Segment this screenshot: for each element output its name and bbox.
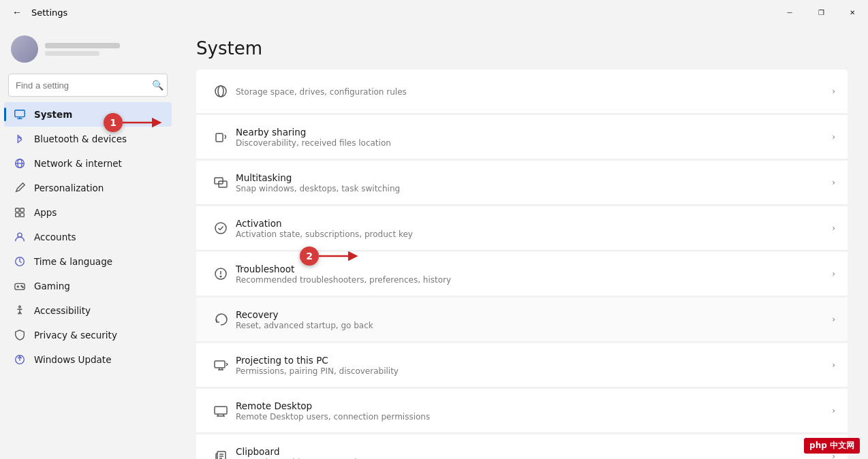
clipboard-icon	[208, 444, 233, 459]
svg-rect-0	[15, 110, 25, 117]
svg-point-16	[22, 287, 23, 287]
sidebar-item-apps[interactable]: Apps	[4, 200, 172, 225]
list-item[interactable]: Multitasking Snap windows, desktops, tas…	[196, 161, 848, 205]
accounts-icon	[14, 231, 26, 243]
search-input[interactable]	[8, 74, 168, 97]
svg-rect-32	[215, 407, 227, 414]
remote-title: Remote Desktop	[236, 400, 832, 411]
sidebar: 🔍 System	[0, 25, 176, 459]
list-item[interactable]: Activation Activation state, subscriptio…	[196, 206, 848, 251]
svg-rect-7	[20, 208, 24, 212]
sidebar-item-accessibility[interactable]: Accessibility	[4, 298, 172, 323]
sidebar-item-accounts[interactable]: Accounts	[4, 225, 172, 249]
apps-icon	[14, 206, 26, 219]
sidebar-item-label: System	[34, 109, 72, 120]
sidebar-item-privacy[interactable]: Privacy & security	[4, 323, 172, 347]
svg-point-20	[218, 86, 223, 97]
activation-desc: Activation state, subscriptions, product…	[236, 230, 832, 239]
titlebar: ← Settings ─ ❐ ✕	[0, 0, 868, 25]
nearby-icon	[208, 125, 233, 149]
sidebar-item-label: Privacy & security	[34, 330, 117, 341]
troubleshoot-desc: Recommended troubleshooters, preferences…	[236, 275, 832, 285]
multitasking-desc: Snap windows, desktops, task switching	[236, 184, 832, 193]
svg-point-15	[21, 285, 22, 286]
storage-icon	[208, 79, 233, 104]
chevron-icon: ›	[832, 178, 835, 187]
sidebar-item-label: Gaming	[34, 281, 70, 291]
svg-point-17	[19, 306, 21, 308]
sidebar-item-label: Accessibility	[34, 305, 91, 316]
storage-desc: Storage space, drives, configuration rul…	[236, 87, 832, 97]
sidebar-item-time[interactable]: Time & language	[4, 249, 172, 274]
svg-rect-6	[16, 208, 19, 212]
troubleshoot-icon	[208, 262, 233, 286]
nearby-desc: Discoverability, received files location	[236, 138, 832, 148]
chevron-icon: ›	[832, 86, 835, 96]
sidebar-item-label: Apps	[34, 207, 57, 218]
system-icon	[14, 108, 26, 121]
chevron-icon: ›	[832, 132, 835, 142]
sidebar-item-system[interactable]: System	[4, 102, 172, 127]
svg-point-27	[220, 276, 221, 277]
content-area: System Storage space, drives, configurat…	[176, 25, 868, 459]
sidebar-item-update[interactable]: Windows Update	[4, 347, 172, 372]
chevron-icon: ›	[832, 223, 835, 233]
watermark: php 中文网	[804, 438, 860, 454]
sidebar-item-label: Network & internet	[34, 158, 122, 169]
personalization-icon	[14, 182, 26, 194]
active-indicator	[4, 108, 6, 121]
nearby-title: Nearby sharing	[236, 127, 832, 138]
titlebar-title: Settings	[31, 7, 67, 18]
gaming-icon	[14, 280, 26, 292]
chevron-icon: ›	[832, 269, 835, 279]
list-item[interactable]: Storage space, drives, configuration rul…	[196, 69, 848, 114]
minimize-button[interactable]: ─	[774, 0, 805, 25]
troubleshoot-title: Troubleshoot	[236, 264, 832, 274]
svg-rect-9	[20, 213, 24, 217]
list-item[interactable]: Projecting to this PC Permissions, pairi…	[196, 343, 848, 387]
sidebar-item-label: Time & language	[34, 256, 112, 267]
avatar	[11, 35, 38, 63]
chevron-icon: ›	[832, 315, 835, 324]
projecting-title: Projecting to this PC	[236, 355, 832, 366]
close-button[interactable]: ✕	[837, 0, 868, 25]
multitasking-icon	[208, 170, 233, 195]
recovery-icon	[208, 307, 233, 332]
list-item[interactable]: Nearby sharing Discoverability, received…	[196, 115, 848, 159]
svg-point-19	[215, 86, 226, 97]
search-icon[interactable]: 🔍	[152, 80, 164, 91]
projecting-icon	[208, 353, 233, 377]
svg-point-24	[215, 223, 226, 234]
svg-rect-21	[216, 133, 223, 142]
bluetooth-icon	[14, 133, 26, 145]
sidebar-item-label: Bluetooth & devices	[34, 133, 127, 144]
sidebar-item-personalization[interactable]: Personalization	[4, 176, 172, 200]
list-item[interactable]: Clipboard Cut and copy history, sync, cl…	[196, 434, 848, 459]
page-title: System	[196, 38, 848, 59]
maximize-button[interactable]: ❐	[805, 0, 837, 25]
profile-section	[0, 30, 176, 71]
list-item[interactable]: Troubleshoot Recommended troubleshooters…	[196, 252, 848, 296]
sidebar-item-label: Personalization	[34, 183, 104, 193]
chevron-icon: ›	[832, 360, 835, 370]
settings-list: Storage space, drives, configuration rul…	[196, 69, 848, 459]
sidebar-item-network[interactable]: Network & internet	[4, 151, 172, 176]
list-item[interactable]: Remote Desktop Remote Desktop users, con…	[196, 389, 848, 433]
clipboard-title: Clipboard	[236, 446, 832, 457]
update-icon	[14, 353, 26, 366]
sidebar-item-bluetooth[interactable]: Bluetooth & devices	[4, 127, 172, 151]
activation-icon	[208, 216, 233, 240]
list-item[interactable]: Recovery Reset, advanced startup, go bac…	[196, 298, 848, 342]
svg-rect-28	[215, 361, 225, 368]
back-button[interactable]: ←	[8, 4, 26, 20]
time-icon	[14, 255, 26, 268]
accessibility-icon	[14, 304, 26, 317]
search-box: 🔍	[8, 74, 168, 97]
sidebar-item-gaming[interactable]: Gaming	[4, 274, 172, 298]
network-icon	[14, 157, 26, 170]
svg-rect-8	[16, 213, 19, 217]
recovery-desc: Reset, advanced startup, go back	[236, 321, 832, 330]
activation-title: Activation	[236, 218, 832, 229]
sidebar-item-label: Accounts	[34, 232, 76, 242]
sidebar-item-label: Windows Update	[34, 354, 111, 365]
